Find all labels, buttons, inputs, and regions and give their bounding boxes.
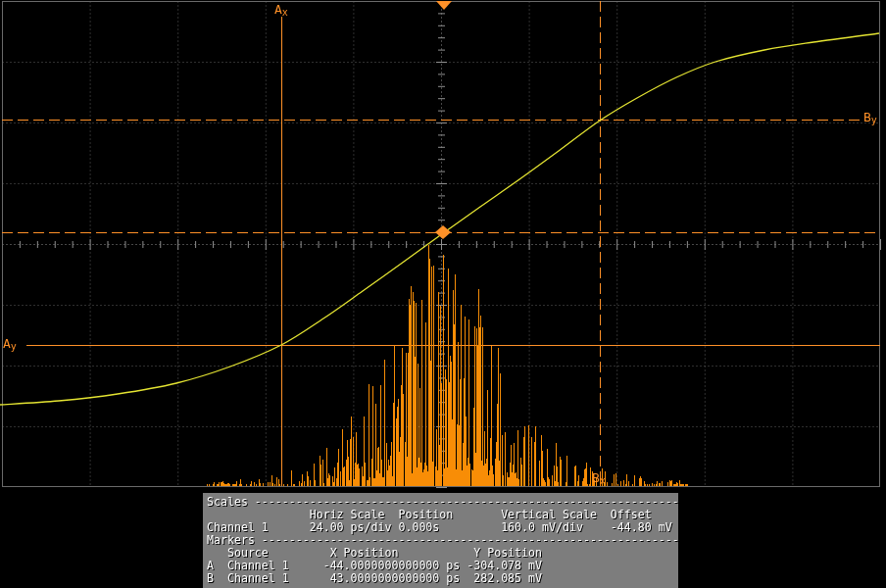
marker-by-label: By xyxy=(863,111,877,126)
marker-ay-label: Ay xyxy=(3,337,17,353)
marker-b-row: B Channel 1 43.0000000000000 ps 282.085 … xyxy=(207,572,674,585)
marker-bx-label: Bx xyxy=(592,471,606,487)
oscilloscope-screen: Ax Ay Bx By Scales ---------------------… xyxy=(0,0,886,588)
measurement-readout-panel: Scales ---------------------------------… xyxy=(203,493,678,588)
marker-ax-label: Ax xyxy=(274,3,288,19)
